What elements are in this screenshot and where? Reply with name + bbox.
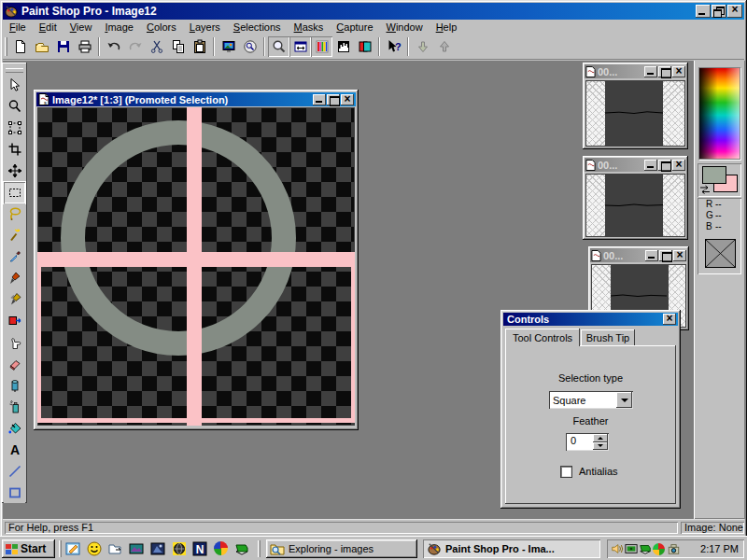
quicklaunch-pinwheel-icon[interactable]	[214, 541, 230, 556]
tool-zoom-button[interactable]	[4, 96, 25, 118]
restore-icon[interactable]	[712, 5, 726, 18]
copy-button[interactable]	[167, 36, 189, 57]
camera-icon[interactable]	[667, 542, 681, 555]
cut-button[interactable]	[146, 36, 167, 57]
tool-clone-brush-button[interactable]	[4, 289, 25, 311]
minimize-icon[interactable]	[313, 94, 326, 105]
redo-button[interactable]	[124, 36, 146, 57]
task-exploring-images[interactable]: Exploring - images	[266, 539, 417, 558]
image-canvas[interactable]	[37, 107, 355, 426]
thumbnail-titlebar[interactable]: 00...	[590, 248, 687, 262]
tool-text-button[interactable]: A	[4, 439, 25, 460]
zoom-button[interactable]	[268, 36, 289, 57]
minimize-icon[interactable]	[696, 5, 711, 18]
quicklaunch-photo-icon[interactable]	[150, 541, 166, 556]
tool-arrow-button[interactable]	[4, 75, 25, 96]
save-button[interactable]	[52, 36, 74, 57]
thumbnail-canvas[interactable]	[585, 174, 685, 237]
tool-magic-wand-button[interactable]	[4, 225, 25, 246]
tool-picture-tube-button[interactable]	[4, 374, 25, 396]
tool-eraser-button[interactable]	[4, 353, 25, 374]
close-icon[interactable]	[341, 94, 354, 105]
current-color-none-box[interactable]	[705, 239, 736, 268]
tool-mover-button[interactable]	[4, 161, 25, 182]
menu-capture[interactable]: Capture	[330, 21, 379, 34]
task-paint-shop-pro[interactable]: Paint Shop Pro - Ima...	[423, 539, 600, 558]
display-icon[interactable]	[625, 542, 638, 555]
open-button[interactable]	[31, 36, 52, 57]
spin-up-icon[interactable]	[593, 434, 608, 442]
image-window-titlebar[interactable]: s Image12* [1:3] (Promoted Selection)	[36, 92, 356, 106]
context-help-button[interactable]: ?	[383, 36, 404, 57]
quicklaunch-folder-icon[interactable]	[107, 541, 123, 556]
new-button[interactable]	[9, 36, 31, 57]
start-button[interactable]: Start	[2, 539, 55, 558]
tab-tool-controls[interactable]: Tool Controls	[505, 329, 580, 346]
menu-selections[interactable]: Selections	[227, 21, 288, 34]
close-icon[interactable]	[673, 250, 686, 261]
book-icon[interactable]	[639, 542, 652, 555]
speaker-icon[interactable]	[611, 542, 624, 555]
full-screen-preview-button[interactable]	[218, 36, 239, 57]
toolbar-grip[interactable]	[5, 37, 7, 56]
quicklaunch-globe-icon[interactable]	[172, 541, 188, 556]
minimize-icon[interactable]	[644, 66, 657, 77]
tool-line-button[interactable]	[4, 460, 25, 482]
menu-masks[interactable]: Masks	[288, 21, 331, 34]
quicklaunch-book-icon[interactable]	[234, 541, 250, 556]
close-icon[interactable]	[663, 314, 676, 325]
menu-image[interactable]: Image	[98, 21, 140, 34]
maximize-icon[interactable]	[658, 160, 671, 171]
undo-button[interactable]	[103, 36, 124, 57]
taskbar-clock[interactable]: 2:17 PM	[700, 543, 739, 554]
selection-type-dropdown[interactable]: Square	[549, 391, 633, 409]
taskbar-divider[interactable]	[258, 540, 261, 557]
menu-window[interactable]: Window	[380, 21, 430, 34]
menu-layers[interactable]: Layers	[183, 21, 227, 34]
quicklaunch-image-viewer-icon[interactable]	[129, 541, 145, 556]
tool-airbrush-button[interactable]	[4, 396, 25, 417]
image-toggle-button[interactable]	[354, 36, 375, 57]
color-picker-gradient[interactable]	[699, 68, 740, 159]
minimize-icon[interactable]	[644, 160, 657, 171]
move-up-button[interactable]	[433, 36, 455, 57]
thumbnail-titlebar[interactable]: 00...	[585, 158, 686, 172]
normal-viewing-button[interactable]	[289, 36, 311, 57]
tool-deformation-button[interactable]	[4, 118, 25, 139]
menu-help[interactable]: Help	[430, 21, 464, 34]
tool-selection-button[interactable]	[4, 182, 25, 203]
pinwheel-icon[interactable]	[653, 543, 665, 555]
menu-view[interactable]: View	[63, 21, 99, 34]
controls-dialog-titlebar[interactable]: Controls	[503, 313, 678, 326]
palette-grip[interactable]	[6, 68, 23, 73]
menu-colors[interactable]: Colors	[140, 21, 183, 34]
histogram-window-button[interactable]	[311, 36, 332, 57]
tool-color-replacer-button[interactable]	[4, 310, 25, 331]
close-icon[interactable]	[672, 160, 685, 171]
app-titlebar[interactable]: Paint Shop Pro - Image12	[3, 3, 744, 20]
maximize-icon[interactable]	[658, 66, 671, 77]
tool-flood-fill-button[interactable]	[4, 417, 25, 439]
feather-spinner[interactable]: 0	[566, 433, 609, 451]
foreground-color-swatch[interactable]	[702, 166, 726, 184]
tool-shapes-button[interactable]	[4, 482, 25, 503]
swap-colors-icon[interactable]	[698, 185, 712, 195]
thumbnail-titlebar[interactable]: 00...	[585, 64, 686, 78]
quicklaunch-smiley-icon[interactable]	[87, 541, 103, 556]
browse-button[interactable]	[239, 36, 261, 57]
quicklaunch-notepad-icon[interactable]	[65, 541, 81, 556]
tab-brush-tip[interactable]: Brush Tip	[581, 329, 635, 345]
paste-button[interactable]	[189, 36, 210, 57]
tool-crop-button[interactable]	[4, 139, 25, 161]
menu-file[interactable]: File	[3, 21, 33, 34]
print-button[interactable]	[74, 36, 95, 57]
move-down-button[interactable]	[412, 36, 433, 57]
tool-paintbrush-button[interactable]	[4, 268, 25, 289]
tool-freehand-button[interactable]	[4, 203, 25, 225]
antialias-checkbox[interactable]	[560, 466, 572, 478]
menu-edit[interactable]: Edit	[33, 21, 63, 34]
tool-dropper-button[interactable]	[4, 246, 25, 268]
maximize-icon[interactable]	[659, 250, 672, 261]
spin-down-icon[interactable]	[593, 442, 608, 451]
histogram-button[interactable]	[332, 36, 354, 57]
